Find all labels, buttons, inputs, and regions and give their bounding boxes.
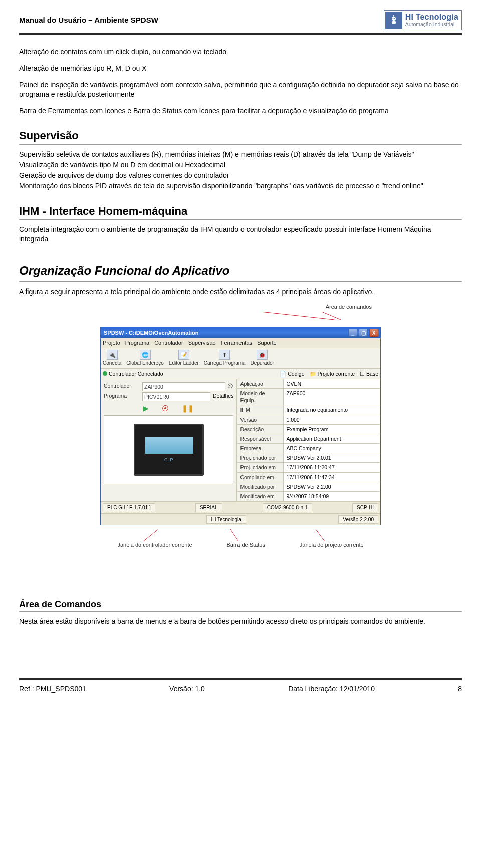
detail-val-5: Application Department	[284, 434, 380, 444]
spdsw-window: SPDSW - C:\DEMO\OvenAutomation _ ▢ X Pro…	[100, 327, 381, 525]
brand-sub: Automação Industrial	[405, 22, 458, 27]
menu-controlador[interactable]: Controlador	[154, 339, 183, 347]
intro-p3: Painel de inspeção de variáveis programá…	[19, 80, 462, 99]
intro-p1: Alteração de contatos com um click duplo…	[19, 47, 462, 57]
toolbar-btn-2[interactable]: 📝Editor Ladder	[169, 350, 199, 367]
callout-top-line	[100, 312, 381, 321]
detail-val-9: 17/11/2006 11:47:34	[284, 473, 380, 482]
toolbar-label: Conecta	[103, 360, 121, 367]
svg-point-0	[392, 17, 396, 21]
toolbar-label: Global Endereço	[126, 360, 164, 367]
detail-val-10: SPDSW Ver 2.2.00	[284, 482, 380, 492]
footer-versao: Versão: 1.0	[169, 684, 205, 694]
callout-bottom-2: Barra de Status	[226, 541, 265, 549]
menubar: Projeto Programa Controlador Supervisão …	[101, 338, 380, 348]
supervisao-p2: Visualização de variáveis tipo M ou D em…	[19, 160, 462, 170]
svg-point-1	[392, 18, 393, 19]
toolbar-icon: 🐞	[257, 350, 268, 360]
toolbar-btn-4[interactable]: 🐞Depurador	[251, 350, 274, 367]
toolbar: 🔌Conecta🌐Global Endereço📝Editor Ladder⬆C…	[101, 348, 380, 369]
detail-val-0: OVEN	[284, 379, 380, 389]
window-title: SPDSW - C:\DEMO\OvenAutomation	[104, 329, 198, 337]
menu-suporte[interactable]: Suporte	[257, 339, 277, 347]
supervisao-p1: Supervisão seletiva de contatos auxiliar…	[19, 150, 462, 159]
scp-cell: SCP-HI	[352, 503, 378, 512]
intro-p2: Alteração de memórias tipo R, M, D ou X	[19, 64, 462, 73]
page-header: Manual do Usuário – Ambiente SPDSW HI Te…	[19, 10, 462, 32]
detail-key-4: Descrição	[237, 425, 284, 434]
ihm-heading: IHM - Interface Homem-máquina	[19, 204, 462, 219]
detail-key-2: IHM	[237, 405, 284, 415]
org-heading: Organização Funcional do Aplicativo	[19, 263, 462, 279]
maximize-button[interactable]: ▢	[359, 329, 368, 337]
org-p1: A figura a seguir apresenta a tela princ…	[19, 287, 462, 297]
detail-key-6: Empresa	[237, 444, 284, 453]
svg-line-8	[143, 529, 158, 541]
callout-top-label: Área de comandos	[19, 303, 462, 311]
header-rule	[19, 33, 462, 36]
btn-projeto-corrente[interactable]: Projeto corrente	[317, 371, 355, 377]
comandos-heading: Área de Comandos	[19, 598, 462, 610]
detail-key-3: Versão	[237, 415, 284, 425]
hi-cell: HI Tecnologia	[206, 515, 246, 524]
detalhes-button[interactable]: Detalhes	[213, 392, 233, 401]
detail-key-1: Modelo de Equip.	[237, 389, 284, 405]
record-icon[interactable]: ⦿	[162, 404, 169, 413]
svg-line-10	[316, 529, 325, 541]
detail-key-5: Responsável	[237, 434, 284, 444]
toolbar-icon: 📝	[178, 350, 189, 360]
detail-val-1: ZAP900	[284, 389, 380, 405]
menu-supervisao[interactable]: Supervisão	[188, 339, 216, 347]
status-strip: Controlador Conectado 📄 Código 📁 Projeto…	[101, 369, 380, 379]
callout-bottom-1: Janela do controlador corrente	[117, 541, 192, 549]
toolbar-label: Depurador	[251, 360, 274, 367]
toolbar-btn-1[interactable]: 🌐Global Endereço	[126, 350, 164, 367]
titlebar[interactable]: SPDSW - C:\DEMO\OvenAutomation _ ▢ X	[101, 327, 380, 338]
detail-val-8: 17/11/2006 11:20:47	[284, 463, 380, 472]
controller-icon[interactable]: 🛈	[228, 382, 233, 391]
callout-bottom-lines	[100, 529, 381, 542]
svg-line-9	[230, 529, 238, 541]
menu-programa[interactable]: Programa	[125, 339, 149, 347]
svg-rect-3	[392, 21, 396, 24]
status-connected: Controlador Conectado	[109, 371, 163, 377]
pause-icon[interactable]: ❚❚	[182, 404, 194, 413]
comandos-rule	[19, 611, 462, 612]
toolbar-icon: 🌐	[140, 350, 151, 360]
detail-val-6: ABC Company	[284, 444, 380, 453]
com-cell: COM2-9600-8-n-1	[263, 503, 312, 512]
lbl-programa: Programa	[104, 392, 140, 401]
brand-logo: HI Tecnologia Automação Industrial	[384, 10, 462, 30]
val-programa: PICV01R0	[142, 392, 210, 401]
detail-key-11: Modificado em	[237, 492, 284, 501]
detail-val-2: Integrada no equipamento	[284, 405, 380, 415]
toolbar-btn-3[interactable]: ⬆Carrega Programa	[204, 350, 246, 367]
toolbar-label: Editor Ladder	[169, 360, 199, 367]
comandos-p1: Nesta área estão disponíveis a barra de …	[19, 617, 462, 626]
connected-dot-icon	[103, 371, 107, 376]
btn-codigo[interactable]: Código	[288, 371, 304, 377]
detail-key-7: Proj. criado por	[237, 453, 284, 463]
val-controlador: ZAP900	[142, 382, 225, 391]
callout-bottom-3: Janela do projeto corrente	[300, 541, 364, 549]
supervisao-heading: Supervisão	[19, 128, 462, 143]
footer-page: 8	[458, 684, 462, 694]
supervisao-rule	[19, 144, 462, 145]
toolbar-label: Carrega Programa	[204, 360, 246, 367]
toolbar-btn-0[interactable]: 🔌Conecta	[103, 350, 121, 367]
controller-image: CLP	[104, 415, 233, 484]
detail-key-0: Aplicação	[237, 379, 284, 389]
svg-point-5	[393, 15, 394, 16]
detail-val-4: Example Program	[284, 425, 380, 434]
detail-val-11: 9/4/2007 18:54:09	[284, 492, 380, 501]
menu-projeto[interactable]: Projeto	[103, 339, 120, 347]
close-button[interactable]: X	[369, 329, 378, 337]
serial-cell: SERIAL	[195, 503, 222, 512]
play-icon[interactable]: ▶	[143, 404, 149, 413]
btn-base[interactable]: Base	[366, 371, 378, 377]
lbl-controlador: Controlador	[104, 382, 140, 391]
menu-ferramentas[interactable]: Ferramentas	[221, 339, 252, 347]
brand-name: HI Tecnologia	[405, 13, 458, 22]
minimize-button[interactable]: _	[348, 329, 357, 337]
detail-key-8: Proj. criado em	[237, 463, 284, 472]
